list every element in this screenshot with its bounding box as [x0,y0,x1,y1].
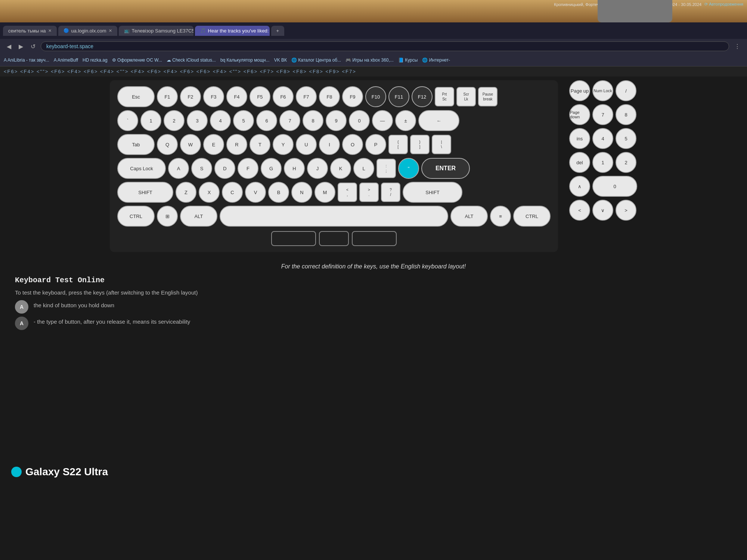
key-m[interactable]: M [314,182,335,203]
tab-2[interactable]: 📺 Телевізор Samsung LE37C530F ✕ [119,26,193,36]
key-rbracket[interactable]: }] [410,135,430,154]
key-i[interactable]: I [319,134,340,155]
key-menu[interactable]: ≡ [490,206,511,227]
key-lbracket[interactable]: {[ [388,135,408,154]
key-up[interactable]: ∧ [569,176,590,197]
key-lctrl[interactable]: CTRL [117,206,155,227]
key-num-slash[interactable]: / [616,80,636,101]
key-o[interactable]: O [342,134,363,155]
trackpad-right[interactable] [352,231,397,246]
key-5[interactable]: 5 [233,110,254,131]
key-u[interactable]: U [296,134,317,155]
key-right[interactable]: > [616,200,636,221]
bookmark-5[interactable]: bq Калькулятор мощн... [220,57,270,63]
key-0[interactable]: 0 [349,110,370,131]
bookmark-3[interactable]: ⚙ Оформление ОС W... [112,57,162,63]
key-q[interactable]: Q [157,134,178,155]
tab-3[interactable]: 🎵 Hear the tracks you've liked: on ✕ [195,26,270,36]
key-scrlk[interactable]: ScrLk [456,87,476,106]
key-down[interactable]: ∨ [592,200,613,221]
key-f1[interactable]: F1 [157,86,178,107]
key-9[interactable]: 9 [326,110,347,131]
bookmark-10[interactable]: 🌐 Интернет- [422,57,450,63]
key-7[interactable]: 7 [279,110,300,131]
key-pause[interactable]: Pausebreak [478,87,498,106]
key-f2[interactable]: F2 [180,86,201,107]
bookmark-1[interactable]: A AnimeBuff [54,57,78,63]
key-l[interactable]: L [353,158,374,179]
key-num2[interactable]: 2 [616,152,636,173]
key-capslock[interactable]: Caps Lock [117,158,166,179]
bookmark-4[interactable]: ☁ Check iCloud status... [167,57,216,63]
key-f8[interactable]: F8 [319,86,340,107]
key-a[interactable]: A [168,158,189,179]
key-esc[interactable]: Esc [117,86,155,107]
address-bar[interactable]: keyboard-test.space [41,41,729,51]
key-n[interactable]: N [291,182,312,203]
tab-1[interactable]: 🔵 ua.login.olx.com ✕ [58,26,117,36]
key-lshift[interactable]: SHIFT [117,182,173,203]
key-quote[interactable]: " [398,158,419,179]
key-tab[interactable]: Tab [117,134,155,155]
key-e[interactable]: E [203,134,224,155]
forward-button[interactable]: ▶ [16,42,25,51]
key-p[interactable]: P [365,134,386,155]
key-h[interactable]: H [284,158,305,179]
key-v[interactable]: V [245,182,266,203]
bookmark-0[interactable]: A AniLibria - так звуч... [4,57,49,63]
key-space[interactable] [220,206,448,227]
bookmark-6[interactable]: VK ВК [274,57,287,63]
key-num0[interactable]: 0 [592,176,637,197]
key-num4[interactable]: 4 [592,128,613,149]
key-f11[interactable]: F11 [388,86,409,107]
menu-button[interactable]: ⋮ [732,42,743,51]
key-f4[interactable]: F4 [226,86,247,107]
key-j[interactable]: J [307,158,328,179]
key-x[interactable]: X [199,182,220,203]
key-ins[interactable]: ins [569,128,590,149]
key-rshift[interactable]: SHIFT [403,182,462,203]
key-w[interactable]: W [180,134,201,155]
key-k[interactable]: K [330,158,351,179]
key-z[interactable]: Z [176,182,196,203]
key-minus[interactable]: — [372,110,393,131]
key-period[interactable]: >. [359,183,379,202]
back-button[interactable]: ◀ [4,42,13,51]
key-rctrl[interactable]: CTRL [513,206,551,227]
key-f6[interactable]: F6 [273,86,294,107]
key-backslash[interactable]: |\ [432,135,451,154]
reload-button[interactable]: ↺ [28,42,38,51]
key-num8[interactable]: 8 [616,104,636,125]
key-s[interactable]: S [191,158,212,179]
bookmark-9[interactable]: 📘 Курсы [398,57,418,63]
key-g[interactable]: G [261,158,282,179]
trackpad-middle[interactable] [319,231,349,246]
key-num7[interactable]: 7 [592,104,613,125]
key-f[interactable]: F [238,158,258,179]
key-d[interactable]: D [214,158,235,179]
bookmark-7[interactable]: 🌐 Каталог Центра об... [291,57,341,63]
key-left[interactable]: < [569,200,590,221]
bookmark-2[interactable]: HD rezka.ag [83,57,108,63]
key-comma[interactable]: <, [338,183,357,202]
key-prtsc[interactable]: PrtSc [435,87,454,106]
key-lalt[interactable]: ALT [180,206,217,227]
tab-0-close[interactable]: ✕ [48,28,52,33]
key-2[interactable]: 2 [164,110,185,131]
key-del[interactable]: del [569,152,590,173]
tab-1-close[interactable]: ✕ [109,28,112,33]
key-slash[interactable]: ?/ [381,183,400,202]
key-y[interactable]: Y [273,134,294,155]
key-pageup[interactable]: Page up [569,80,590,101]
key-8[interactable]: 8 [303,110,323,131]
key-f12[interactable]: F12 [412,86,433,107]
key-f3[interactable]: F3 [203,86,224,107]
key-numlock[interactable]: Num Lock [592,80,613,101]
trackpad-left[interactable] [271,231,316,246]
key-enter[interactable]: ENTER [421,158,470,179]
key-f10[interactable]: F10 [365,86,386,107]
key-ralt[interactable]: ALT [450,206,488,227]
key-num1[interactable]: 1 [592,152,613,173]
key-pagedown[interactable]: Page down [569,104,590,125]
key-3[interactable]: 3 [187,110,208,131]
